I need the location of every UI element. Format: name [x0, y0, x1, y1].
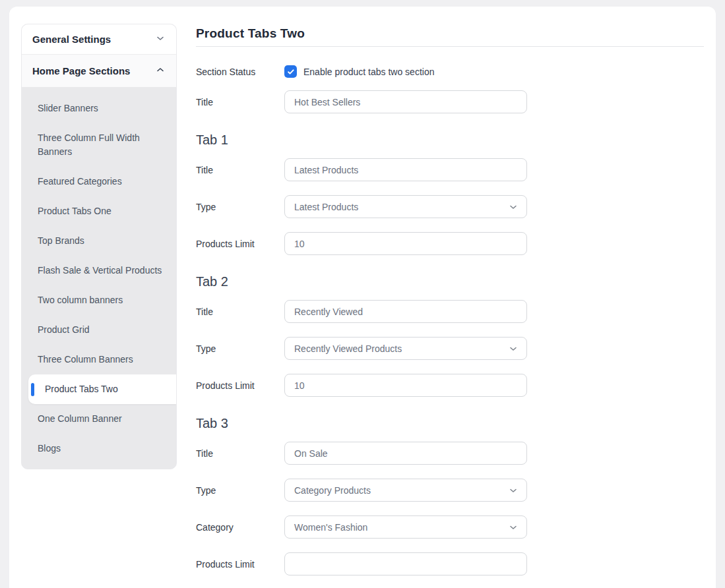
sidebar-item-label: Two column banners [38, 295, 123, 305]
sidebar-section-label: Home Page Sections [32, 65, 130, 76]
form-row: CategoryWomen's Fashion [196, 515, 704, 539]
sidebar-item-label: Product Tabs Two [45, 384, 118, 394]
select-value: Category Products [294, 485, 371, 496]
page-title: Product Tabs Two [196, 25, 704, 42]
tab-section-3: Tab 3TitleTypeCategory ProductsCategoryW… [196, 414, 704, 575]
field-label: Title [196, 164, 284, 176]
sidebar-item-blogs[interactable]: Blogs [22, 434, 176, 463]
form-row: TypeRecently Viewed Products [196, 337, 704, 360]
tab2-products-limit-input[interactable] [284, 374, 527, 397]
sidebar-item-label: Three Column Banners [38, 354, 133, 365]
tab1-type-select[interactable]: Latest Products [284, 195, 527, 218]
field-label: Products Limit [196, 380, 284, 392]
checkbox-label: Enable product tabs two section [303, 67, 434, 77]
tab3-category-select[interactable]: Women's Fashion [284, 515, 527, 539]
tab-heading: Tab 2 [196, 272, 704, 291]
main-content: Product Tabs Two Section Status Enable p… [196, 25, 704, 575]
sidebar-item-label: Product Tabs One [38, 206, 111, 216]
select-value: Latest Products [294, 202, 358, 212]
chevron-down-icon [155, 33, 166, 45]
form-row: Products Limit [196, 552, 704, 575]
field-label: Type [196, 343, 284, 355]
field-label: Title [196, 448, 284, 459]
tab1-title-input[interactable] [284, 158, 527, 181]
sidebar-item-label: One Column Banner [38, 413, 122, 424]
sidebar-item-product-grid[interactable]: Product Grid [22, 315, 176, 345]
tab-heading: Tab 3 [196, 414, 704, 432]
check-icon [287, 68, 295, 76]
field-label: Title [196, 306, 284, 318]
form-row: Products Limit [196, 374, 704, 397]
sidebar-item-three-column-banners[interactable]: Three Column Banners [22, 345, 176, 374]
form-row: Title [196, 442, 704, 465]
sidebar-item-label: Featured Categories [38, 176, 122, 187]
sidebar-item-label: Flash Sale & Vertical Products [38, 265, 162, 276]
sidebar-item-two-column-banners[interactable]: Two column banners [22, 285, 176, 315]
chevron-down-icon [508, 485, 519, 496]
field-label: Products Limit [196, 558, 284, 570]
chevron-down-icon [508, 522, 519, 533]
field-label: Category [196, 521, 284, 533]
section-status-checkbox[interactable] [284, 65, 297, 78]
sidebar-subnav: Slider BannersThree Column Full Width Ba… [22, 87, 176, 469]
sidebar-item-product-tabs-two[interactable]: Product Tabs Two [28, 374, 176, 404]
sidebar-item-flash-sale-vertical-products[interactable]: Flash Sale & Vertical Products [22, 256, 176, 285]
sidebar-item-one-column-banner[interactable]: One Column Banner [22, 404, 176, 434]
chevron-up-icon [155, 65, 166, 77]
section-status-control: Enable product tabs two section [284, 65, 434, 78]
sidebar-item-label: Three Column Full Width Banners [38, 132, 140, 157]
sidebar: General Settings Home Page Sections Slid… [21, 24, 177, 469]
sidebar-item-label: Blogs [38, 443, 61, 454]
sidebar-section-home-page-sections[interactable]: Home Page Sections [22, 55, 176, 87]
form-row: Products Limit [196, 232, 704, 255]
tab2-type-select[interactable]: Recently Viewed Products [284, 337, 527, 360]
field-label: Type [196, 485, 284, 496]
tab3-title-input[interactable] [284, 442, 527, 465]
tab3-products-limit-input[interactable] [284, 552, 527, 575]
tab3-type-select[interactable]: Category Products [284, 479, 527, 502]
sidebar-item-featured-categories[interactable]: Featured Categories [22, 167, 176, 196]
form-row: TypeLatest Products [196, 195, 704, 218]
sidebar-item-three-column-full-width-banners[interactable]: Three Column Full Width Banners [22, 123, 176, 167]
form-row: TypeCategory Products [196, 479, 704, 502]
active-indicator [31, 383, 34, 396]
sidebar-item-label: Top Brands [38, 235, 84, 246]
sidebar-item-slider-banners[interactable]: Slider Banners [22, 94, 176, 123]
select-value: Recently Viewed Products [294, 343, 402, 354]
field-label: Products Limit [196, 238, 284, 250]
chevron-down-icon [508, 343, 519, 354]
sidebar-item-product-tabs-one[interactable]: Product Tabs One [22, 196, 176, 226]
field-label: Section Status [196, 66, 284, 78]
form-row: Title [196, 158, 704, 181]
field-label: Type [196, 201, 284, 213]
form-row: Title [196, 300, 704, 323]
tab-section-2: Tab 2TitleTypeRecently Viewed ProductsPr… [196, 272, 704, 397]
sidebar-section-label: General Settings [32, 34, 111, 45]
chevron-down-icon [508, 202, 519, 212]
tab2-title-input[interactable] [284, 300, 527, 323]
select-value: Women's Fashion [294, 522, 367, 533]
sidebar-item-top-brands[interactable]: Top Brands [22, 226, 176, 256]
section-status-row: Section Status Enable product tabs two s… [196, 65, 704, 78]
settings-card: General Settings Home Page Sections Slid… [9, 7, 716, 588]
sidebar-item-label: Product Grid [38, 324, 90, 335]
divider [196, 46, 704, 47]
sidebar-section-general-settings[interactable]: General Settings [22, 24, 176, 54]
tab-heading: Tab 1 [196, 131, 704, 149]
sidebar-item-label: Slider Banners [38, 103, 98, 113]
section-title-row: Title [196, 90, 704, 113]
field-label: Title [196, 96, 284, 108]
tab1-products-limit-input[interactable] [284, 232, 527, 255]
tab-sections: Tab 1TitleTypeLatest ProductsProducts Li… [196, 131, 704, 575]
tab-section-1: Tab 1TitleTypeLatest ProductsProducts Li… [196, 131, 704, 255]
section-title-input[interactable] [284, 90, 527, 113]
